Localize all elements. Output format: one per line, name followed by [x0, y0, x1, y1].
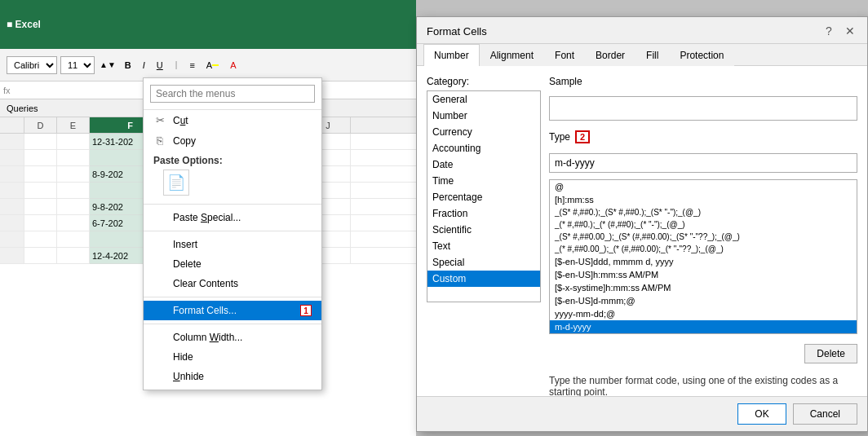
cat-percentage[interactable]: Percentage	[427, 189, 540, 205]
right-section: Sample Type 2 @ [h]:mm:ss _(S* #,##0.);_…	[549, 76, 857, 396]
paste-special-label: Paste Special...	[173, 212, 241, 223]
copy-menu-item[interactable]: ⎘ Copy	[144, 130, 321, 151]
delete-menu-item[interactable]: Delete	[144, 254, 321, 274]
dialog-tabs: Number Alignment Font Border Fill Protec…	[417, 44, 867, 66]
cat-custom[interactable]: Custom	[427, 271, 540, 287]
row-number	[0, 150, 24, 165]
row-number	[0, 215, 24, 231]
tab-border[interactable]: Border	[585, 44, 636, 66]
row-number	[0, 183, 24, 198]
column-width-menu-item[interactable]: Column Width...	[144, 328, 321, 347]
delete-format-button[interactable]: Delete	[804, 344, 857, 363]
cancel-button[interactable]: Cancel	[793, 403, 857, 425]
align-left-button[interactable]: ≡	[185, 56, 198, 74]
tab-protection[interactable]: Protection	[669, 44, 734, 66]
unhide-menu-item[interactable]: Unhide	[144, 367, 321, 386]
format-cells-label: Format Cells...	[173, 305, 237, 316]
tab-number[interactable]: Number	[423, 44, 480, 66]
cat-general[interactable]: General	[427, 91, 540, 108]
paste-special-menu-item[interactable]: Paste Special...	[144, 208, 321, 227]
unhide-label: Unhide	[173, 371, 204, 382]
cut-label: Cut	[173, 115, 188, 126]
cat-special[interactable]: Special	[427, 254, 540, 271]
format-item-at[interactable]: @	[550, 180, 857, 193]
insert-label: Insert	[173, 239, 197, 250]
format-item-3[interactable]: _(S* #,##0.00_);_(S* (#,##0.00);_(S* "-"…	[550, 231, 857, 243]
row-number	[0, 248, 24, 263]
format-item-ampm1[interactable]: [$-en-US]h:mm:ss AM/PM	[550, 268, 857, 281]
hide-label: Hide	[173, 351, 193, 363]
cat-fraction[interactable]: Fraction	[427, 205, 540, 222]
type-badge: 2	[575, 130, 590, 143]
format-list[interactable]: @ [h]:mm:ss _(S* #,##0.);_(S* #,##0.);_(…	[549, 179, 857, 334]
format-cells-badge: 1	[300, 305, 312, 316]
row-number	[0, 134, 24, 149]
tab-fill[interactable]: Fill	[636, 44, 669, 66]
ok-button[interactable]: OK	[737, 403, 786, 425]
font-color-button[interactable]: A	[226, 56, 240, 74]
type-label: Type	[549, 131, 570, 143]
bold-button[interactable]: B	[121, 56, 135, 74]
format-item-mdyyyy[interactable]: m-d-yyyy	[550, 320, 857, 333]
cat-currency[interactable]: Currency	[427, 124, 540, 140]
format-item-hmm[interactable]: [h]:mm:ss	[550, 193, 857, 206]
dialog-help-button[interactable]: ?	[822, 24, 836, 38]
paste-options-row: 📄	[144, 168, 321, 200]
separator-3	[144, 297, 321, 297]
format-item-2[interactable]: _(* #,##0.);_(* (#,##0);_(* "-");_(@_)	[550, 218, 857, 231]
tab-font[interactable]: Font	[544, 44, 585, 66]
copy-label: Copy	[173, 135, 196, 147]
hide-menu-item[interactable]: Hide	[144, 347, 321, 367]
category-list[interactable]: General Number Currency Accounting Date …	[427, 90, 541, 302]
format-item-4[interactable]: _(* #,##0.00_);_(* (#,##0.00);_(* "-"??_…	[550, 243, 857, 255]
dialog-body: Category: General Number Currency Accoun…	[417, 66, 867, 396]
cat-scientific[interactable]: Scientific	[427, 222, 540, 238]
highlight-color-button[interactable]: A	[202, 56, 223, 74]
category-section: Category: General Number Currency Accoun…	[427, 76, 541, 396]
context-menu-search-container	[144, 81, 321, 110]
cat-number[interactable]: Number	[427, 108, 540, 124]
cell-d[interactable]	[24, 134, 57, 149]
category-label: Category:	[427, 76, 541, 87]
format-item-enmm[interactable]: [$-en-US]d-mmm;@	[550, 294, 857, 307]
cut-menu-item[interactable]: ✂ Cut	[144, 110, 321, 130]
format-description: Type the number format code, using one o…	[549, 375, 857, 396]
cell-e[interactable]	[57, 134, 90, 149]
dialog-content-row: Category: General Number Currency Accoun…	[427, 76, 857, 396]
context-menu-search-input[interactable]	[150, 85, 315, 103]
cat-text[interactable]: Text	[427, 238, 540, 254]
format-item-systime[interactable]: [$-x-systime]h:mm:ss AM/PM	[550, 281, 857, 294]
font-name-select[interactable]: Calibri	[7, 56, 57, 74]
tab-alignment[interactable]: Alignment	[480, 44, 544, 66]
format-cells-menu-item[interactable]: Format Cells... 1	[144, 301, 321, 320]
format-item-1[interactable]: _(S* #,##0.);_(S* #,##0.);_(S* "-");_(@_…	[550, 206, 857, 218]
dialog-titlebar: Format Cells ? ✕	[417, 17, 867, 44]
clear-contents-menu-item[interactable]: Clear Contents	[144, 274, 321, 293]
cat-date[interactable]: Date	[427, 156, 540, 173]
separator-1	[144, 204, 321, 205]
dialog-footer: OK Cancel	[417, 396, 867, 431]
row-number	[0, 231, 24, 247]
sample-label: Sample	[549, 76, 857, 87]
format-item-iso[interactable]: yyyy-mm-dd;@	[550, 307, 857, 320]
cat-time[interactable]: Time	[427, 173, 540, 189]
dialog-close-button[interactable]: ✕	[843, 24, 857, 38]
queries-label: Queries	[7, 103, 38, 113]
separator-4	[144, 324, 321, 324]
separator-2	[144, 231, 321, 231]
excel-ribbon: Calibri 11 ▲▼ B I U | ≡ A A	[0, 49, 416, 81]
paste-icon-button[interactable]: 📄	[163, 170, 189, 196]
format-item-date-long[interactable]: [$-en-US]ddd, mmmm d, yyyy	[550, 255, 857, 268]
underline-button[interactable]: U	[153, 56, 167, 74]
font-size-select[interactable]: 11	[60, 56, 95, 74]
dialog-title: Format Cells	[427, 25, 487, 37]
cat-accounting[interactable]: Accounting	[427, 140, 540, 156]
delete-label: Delete	[173, 258, 202, 270]
type-input[interactable]	[549, 153, 857, 173]
copy-icon: ⎘	[153, 134, 166, 147]
insert-menu-item[interactable]: Insert	[144, 235, 321, 254]
dialog-controls: ? ✕	[822, 24, 857, 38]
col-d: D	[24, 117, 57, 133]
italic-button[interactable]: I	[139, 56, 149, 74]
context-menu: ✂ Cut ⎘ Copy Paste Options: 📄 Paste Spec…	[143, 77, 322, 390]
